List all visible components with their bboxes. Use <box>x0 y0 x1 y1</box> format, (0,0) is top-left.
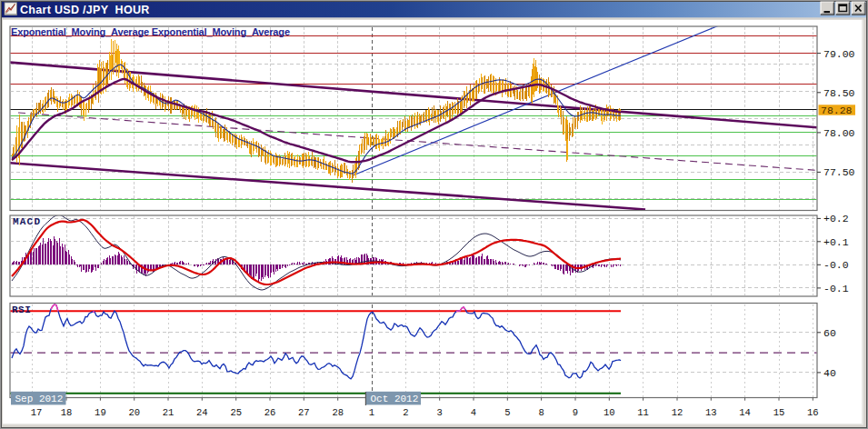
svg-text:Oct 2012: Oct 2012 <box>371 394 419 404</box>
svg-text:4: 4 <box>471 407 476 418</box>
svg-text:+0.1: +0.1 <box>823 236 849 248</box>
svg-text:8: 8 <box>538 407 544 418</box>
svg-text:27: 27 <box>298 407 310 418</box>
svg-text:28: 28 <box>332 407 344 418</box>
svg-text:3: 3 <box>437 407 443 418</box>
svg-text:40: 40 <box>823 367 836 379</box>
svg-text:20: 20 <box>128 407 140 418</box>
svg-text:19: 19 <box>95 407 106 418</box>
svg-text:77.50: 77.50 <box>823 166 855 178</box>
svg-text:14: 14 <box>739 407 751 418</box>
svg-text:16: 16 <box>807 407 819 418</box>
svg-text:Sep 2012: Sep 2012 <box>15 394 64 404</box>
svg-text:24: 24 <box>196 407 208 418</box>
svg-text:21: 21 <box>163 407 175 418</box>
svg-text:2: 2 <box>403 407 408 418</box>
svg-text:78.50: 78.50 <box>823 87 855 99</box>
svg-text:MACD: MACD <box>13 216 41 227</box>
svg-text:78.00: 78.00 <box>823 127 855 139</box>
svg-text:1: 1 <box>369 407 374 418</box>
svg-text:26: 26 <box>264 407 276 418</box>
svg-text:79.00: 79.00 <box>823 48 855 60</box>
svg-text:13: 13 <box>705 407 717 418</box>
svg-text:17: 17 <box>31 407 43 418</box>
svg-text:15: 15 <box>773 407 785 418</box>
svg-text:60: 60 <box>823 327 836 339</box>
svg-text:9: 9 <box>573 407 578 418</box>
svg-text:Chart USD /JPY HOUR: Chart USD /JPY HOUR <box>20 4 150 16</box>
svg-text:RSI: RSI <box>12 304 31 315</box>
svg-text:Exponential_Moving_Average Exp: Exponential_Moving_Average Exponential_M… <box>11 26 290 37</box>
svg-text:-0.0: -0.0 <box>823 259 849 271</box>
svg-text:12: 12 <box>672 407 683 418</box>
svg-text:-0.1: -0.1 <box>823 283 849 294</box>
svg-text:18: 18 <box>61 407 73 418</box>
svg-text:10: 10 <box>604 407 615 418</box>
svg-text:25: 25 <box>230 407 242 418</box>
svg-text:5: 5 <box>504 407 510 418</box>
svg-text:11: 11 <box>637 407 649 418</box>
svg-text:78.28: 78.28 <box>821 105 853 116</box>
svg-text:+0.2: +0.2 <box>823 213 849 224</box>
